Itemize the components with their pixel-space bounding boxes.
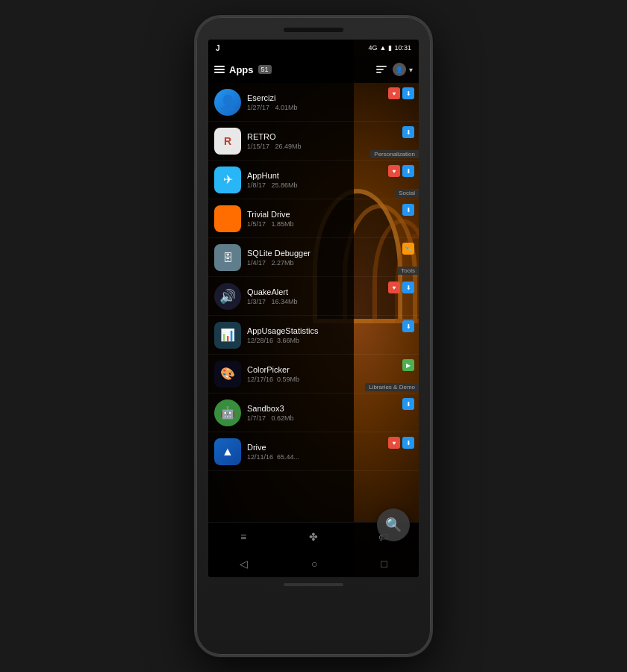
screen-content: J 4G ▲ ▮ 10:31 Apps 51 [208, 40, 419, 577]
blue-badge: ⬇ [402, 398, 414, 410]
app-icon: ▲ [214, 438, 241, 465]
app-badges: ▶ [402, 359, 414, 371]
app-icon: 🎨 [214, 361, 241, 388]
heart-badge: ♥ [388, 437, 400, 449]
app-count-badge: 51 [258, 65, 272, 74]
app-meta: 1/5/17 1.85Mb [247, 220, 413, 228]
list-item[interactable]: 📊 AppUsageStatistics 12/28/16 3.66Mb ⬇ [208, 316, 419, 355]
app-meta: 1/8/17 25.86Mb [247, 181, 413, 189]
badge-row: ♥ ⬇ [388, 165, 414, 177]
app-info: ColorPicker 12/17/16 0.59Mb [247, 365, 413, 383]
app-icon: R [214, 128, 241, 155]
wrench-badge: 🔧 [402, 243, 414, 255]
blue-badge: ⬇ [402, 126, 414, 138]
app-badges: 🔧 [402, 243, 414, 255]
badge-row: ♥ ⬇ [388, 281, 414, 293]
phone-container: J 4G ▲ ▮ 10:31 Apps 51 [194, 15, 433, 657]
list-item[interactable]: 🤖 Sandbox3 1/7/17 0.62Mb ⬇ [208, 393, 419, 432]
app-badges: ♥ ⬇ [388, 165, 414, 177]
app-meta: 12/11/16 65.44... [247, 453, 413, 461]
gamepad-nav-button[interactable]: ✤ [300, 526, 327, 547]
filter-nav-button[interactable]: ≡ [230, 526, 257, 547]
app-badges: ♥ ⬇ [388, 437, 414, 449]
app-icon: 🗄 [214, 244, 241, 271]
category-tag: Tools [397, 267, 419, 275]
blue-badge: ⬇ [402, 437, 414, 449]
category-tag: Libraries & Demo [365, 383, 419, 391]
app-name: AppUsageStatistics [247, 326, 413, 335]
search-icon: 🔍 [385, 517, 402, 533]
app-info: Trivial Drive 1/5/17 1.85Mb [247, 210, 413, 228]
app-icon: 🤖 [214, 399, 241, 426]
phone-screen: J 4G ▲ ▮ 10:31 Apps 51 [208, 40, 419, 577]
badge-row: 🔧 [402, 243, 414, 255]
badge-row: ♥ ⬇ [388, 87, 414, 99]
time-label: 10:31 [394, 44, 411, 52]
list-item[interactable]: 👤 Esercizi 1/27/17 4.01Mb ♥ ⬇ [208, 83, 419, 122]
app-header: Apps 51 👤 ▾ [208, 56, 419, 83]
app-info: AppUsageStatistics 12/28/16 3.66Mb [247, 326, 413, 344]
app-badges: ⬇ [402, 320, 414, 332]
app-icon: 📊 [214, 322, 241, 349]
phone-speaker [284, 28, 343, 32]
app-name: SQLite Debugger [247, 249, 413, 258]
list-item[interactable]: ✈ AppHunt 1/8/17 25.86Mb ♥ ⬇ Social [208, 161, 419, 199]
back-button[interactable]: ◁ [240, 558, 248, 570]
header-actions: 👤 ▾ [376, 63, 413, 76]
app-name: RETRO [247, 132, 413, 141]
app-badges: ♥ ⬇ [388, 281, 414, 293]
signal-icon: 4G [369, 44, 378, 52]
badge-row: ⬇ [402, 398, 414, 410]
badge-row: ⬇ [402, 204, 414, 216]
app-icon: ✈ [214, 167, 241, 193]
app-name: Sandbox3 [247, 404, 413, 413]
app-list: 👤 Esercizi 1/27/17 4.01Mb ♥ ⬇ R [208, 83, 419, 522]
list-item[interactable]: 🔊 QuakeAlert 1/3/17 16.34Mb ♥ ⬇ [208, 277, 419, 316]
wifi-icon: ▲ [380, 44, 387, 52]
phone-bottom-bar [284, 583, 343, 586]
app-badges: ♥ ⬇ [388, 87, 414, 99]
sort-button[interactable] [376, 64, 390, 75]
app-meta: 1/4/17 2.27Mb [247, 259, 413, 267]
app-meta: 1/27/17 4.01Mb [247, 104, 413, 111]
app-icon: 👤 [214, 89, 241, 116]
app-info: RETRO 1/15/17 26.49Mb [247, 132, 413, 150]
blue-badge: ⬇ [402, 165, 414, 177]
status-icons: 4G ▲ ▮ 10:31 [369, 44, 411, 52]
blue-badge: ⬇ [402, 320, 414, 332]
app-info: Sandbox3 1/7/17 0.62Mb [247, 404, 413, 422]
heart-badge: ♥ [388, 165, 400, 177]
profile-button[interactable]: 👤 [393, 63, 406, 76]
android-nav-bar: ◁ ○ □ [208, 550, 419, 577]
chevron-down-icon[interactable]: ▾ [409, 66, 413, 74]
app-name: ColorPicker [247, 365, 413, 374]
badge-row: ⬇ [402, 320, 414, 332]
badge-row: ♥ ⬇ [388, 437, 414, 449]
app-meta: 12/28/16 3.66Mb [247, 337, 413, 344]
app-badges: ⬇ [402, 398, 414, 410]
blue-badge: ⬇ [402, 204, 414, 216]
app-info: SQLite Debugger 1/4/17 2.27Mb [247, 249, 413, 267]
list-item[interactable]: 🗄 SQLite Debugger 1/4/17 2.27Mb 🔧 Tools [208, 238, 419, 277]
blue-badge: ⬇ [402, 87, 414, 99]
app-title: Apps [229, 64, 254, 75]
heart-badge: ♥ [388, 281, 400, 293]
app-badges: ⬇ [402, 126, 414, 138]
blue-badge: ⬇ [402, 281, 414, 293]
menu-button[interactable] [214, 66, 225, 73]
green-badge: ▶ [402, 359, 414, 371]
app-meta: 1/3/17 16.34Mb [247, 298, 413, 305]
search-fab[interactable]: 🔍 [377, 508, 410, 541]
category-tag: Social [395, 189, 419, 197]
list-item[interactable]: ▲ Drive 12/11/16 65.44... ♥ ⬇ [208, 432, 419, 471]
recents-button[interactable]: □ [381, 558, 387, 570]
app-meta: 1/15/17 26.49Mb [247, 143, 413, 150]
app-name: Trivial Drive [247, 210, 413, 219]
list-item[interactable]: R RETRO 1/15/17 26.49Mb ⬇ Personalizatio… [208, 122, 419, 161]
list-item[interactable]: Trivial Drive 1/5/17 1.85Mb ⬇ [208, 199, 419, 238]
list-item[interactable]: 🎨 ColorPicker 12/17/16 0.59Mb ▶ Librarie… [208, 355, 419, 393]
heart-badge: ♥ [388, 87, 400, 99]
home-button[interactable]: ○ [311, 558, 317, 570]
badge-row: ⬇ [402, 126, 414, 138]
app-badges: ⬇ [402, 204, 414, 216]
